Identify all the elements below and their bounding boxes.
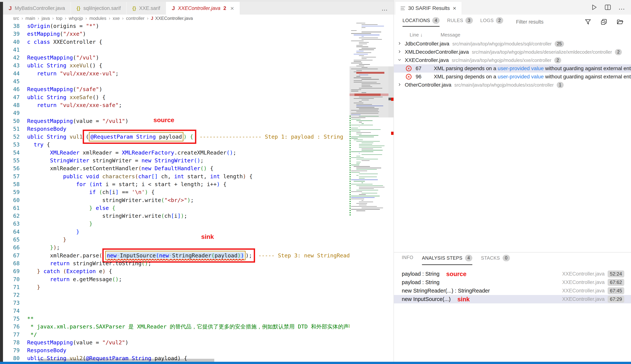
minimap-line xyxy=(354,166,370,167)
chevron-down-icon[interactable] xyxy=(398,58,401,62)
minimap-line xyxy=(356,66,364,66)
code-line[interactable]: 42RequestMapping("/vul") xyxy=(3,54,350,62)
horizontal-scrollbar[interactable] xyxy=(39,359,214,362)
step-label: payload : String xyxy=(402,271,440,277)
code-editor[interactable]: 38sOrigin(origins = "*")39estMapping("/x… xyxy=(3,22,350,362)
count-badge: 4 xyxy=(465,255,472,261)
code-line[interactable]: 39estMapping("/xxe") xyxy=(3,30,350,38)
more-actions-icon[interactable]: … xyxy=(618,6,625,9)
tree-file-row[interactable]: XMLDecoderController.javasrc/main/java/t… xyxy=(394,48,631,56)
code-line[interactable]: 79ResponseBody xyxy=(3,346,350,354)
breadcrumb-item-xxe[interactable]: xxe xyxy=(113,16,120,21)
analysis-step-row[interactable]: payload : StringsourceXXEController.java… xyxy=(394,270,631,278)
breadcrumb-item-controller[interactable]: controller xyxy=(126,16,145,21)
close-icon[interactable]: × xyxy=(230,5,234,12)
code-line[interactable]: 50RequestMapping(value = "/vul1") xyxy=(3,117,350,125)
code-line[interactable]: 65 } xyxy=(3,236,350,244)
code-line[interactable]: 61 } else { xyxy=(3,204,350,212)
tab-locations[interactable]: LOCATIONS4 xyxy=(402,17,440,27)
analysis-step-row[interactable]: payload : StringXXEController.java67:62 xyxy=(394,278,631,286)
chevron-right-icon[interactable] xyxy=(398,42,401,46)
breadcrumb-item-src[interactable]: src xyxy=(13,16,19,21)
code-line[interactable]: 49 xyxy=(3,109,350,117)
breadcrumb-item-main[interactable]: main xyxy=(26,16,35,21)
code-line[interactable]: 71 } xyxy=(3,283,350,291)
code-line[interactable]: 54 XMLReader xmlReader = XMLReaderFactor… xyxy=(3,149,350,156)
chevron-right-icon[interactable] xyxy=(398,83,401,87)
breadcrumb-item-whgojp[interactable]: whgojp xyxy=(69,16,83,21)
tree-file-row[interactable]: XXEController.javasrc/main/java/top/whgo… xyxy=(394,56,631,64)
breadcrumb-file[interactable]: XXEController.java xyxy=(155,16,193,21)
code-line[interactable]: 46RequestMapping("/safe") xyxy=(3,85,350,93)
code-line[interactable]: 52ublic String vul1(@RequestParam String… xyxy=(3,133,350,141)
more-tabs-icon[interactable]: … xyxy=(381,5,388,12)
code-line[interactable]: 48 return "vul/xxe/xxe-safe"; xyxy=(3,101,350,109)
split-editor-icon[interactable] xyxy=(604,4,611,10)
code-line[interactable]: 73 xyxy=(3,299,350,307)
tab-analysis-steps[interactable]: ANALYSIS STEPS4 xyxy=(422,255,472,265)
code-line[interactable]: 60 stringWriter.write("<br/>"); xyxy=(3,196,350,204)
code-line[interactable]: 70 return e.getMessage(); xyxy=(3,275,350,283)
code-line[interactable]: 47ublic String xxeSafe() { xyxy=(3,93,350,101)
editor-tab-sqliInjection.sarif[interactable]: {}sqliInjection.sarif xyxy=(71,2,127,14)
minimap-line xyxy=(351,164,359,165)
code-line[interactable]: 45 xyxy=(3,78,350,85)
code-line[interactable]: 56 xmlReader.setContentHandler(new Defau… xyxy=(3,164,350,172)
code-line[interactable]: 58 for (int i = start; i < start + lengt… xyxy=(3,180,350,188)
code-line[interactable]: 76 * javax.xml.parsers.SAXParser 是 XMLRe… xyxy=(3,323,350,330)
code-line[interactable]: 57 public void characters(char[] ch, int… xyxy=(3,172,350,180)
code-line[interactable]: 41 xyxy=(3,46,350,54)
analysis-step-row[interactable]: new InputSource(...)sinkXXEController.ja… xyxy=(394,295,631,304)
run-icon[interactable] xyxy=(591,4,597,11)
code-line[interactable]: 63 } xyxy=(3,220,350,228)
analysis-step-row[interactable]: new StringReader(...) : StringReaderXXEC… xyxy=(394,286,631,295)
tree-result-row[interactable]: ✕67XML parsing depends on a user-provide… xyxy=(394,64,631,72)
scrollbar-thumb[interactable] xyxy=(388,66,394,118)
code-line[interactable]: 40c class XXEController { xyxy=(3,38,350,46)
code-line[interactable]: 64 } xyxy=(3,228,350,236)
breadcrumb-item-java[interactable]: java xyxy=(42,16,50,21)
tab-info[interactable]: INFO xyxy=(402,255,413,264)
tree-file-row[interactable]: OtherController.javasrc/main/java/top/wh… xyxy=(394,81,631,89)
editor-tab-XXEController.java[interactable]: JXXEController.java2× xyxy=(166,2,240,14)
code-line[interactable]: 72 xyxy=(3,291,350,299)
filter-results-input[interactable] xyxy=(516,19,564,25)
code-line[interactable]: 77 */ xyxy=(3,331,350,338)
tab-logs[interactable]: LOGS2 xyxy=(480,17,503,27)
code-line[interactable]: 78RequestMapping(value = "/vul2") xyxy=(3,338,350,346)
code-line[interactable]: 75** xyxy=(3,315,350,323)
filter-icon[interactable] xyxy=(584,18,591,25)
code-line[interactable]: 59 if (ch[i] == '\n') { xyxy=(3,188,350,196)
tab-stacks[interactable]: STACKS0 xyxy=(481,255,510,265)
code-line[interactable]: 38sOrigin(origins = "*") xyxy=(3,22,350,30)
close-icon[interactable]: × xyxy=(453,5,456,12)
code-line[interactable]: 74 xyxy=(3,307,350,315)
user-provided-value-link[interactable]: user-provided value xyxy=(498,66,544,71)
code-line[interactable]: 55 StringWriter stringWriter = new Strin… xyxy=(3,156,350,164)
tree-result-row[interactable]: ✕96XML parsing depends on a user-provide… xyxy=(394,72,631,81)
user-provided-value-link[interactable]: user-provided value xyxy=(498,74,544,80)
overview-ruler[interactable] xyxy=(388,22,394,362)
line-text: c class XXEController { xyxy=(27,38,102,46)
code-line[interactable]: 69 } catch (Exception e) { xyxy=(3,267,350,275)
minimap-line xyxy=(356,51,364,52)
breadcrumb-item-modules[interactable]: modules xyxy=(90,16,107,21)
filter-icons xyxy=(564,18,631,25)
chevron-right-icon[interactable] xyxy=(398,50,401,54)
code-line[interactable]: 44 return "vul/xxe/xxe-vul"; xyxy=(3,70,350,78)
column-line-sort[interactable]: Line ↓ xyxy=(410,32,422,38)
collapse-all-icon[interactable] xyxy=(600,18,607,25)
code-line[interactable]: 43ublic String xxeVul() { xyxy=(3,62,350,70)
tab-rules[interactable]: RULES3 xyxy=(447,17,473,27)
minimap-slider[interactable] xyxy=(350,66,388,118)
editor-tab-MyBatisController.java[interactable]: JMyBatisController.java xyxy=(3,2,71,14)
code-line[interactable]: 62 stringWriter.write(ch[i]); xyxy=(3,212,350,220)
tree-file-row[interactable]: JdbcController.javasrc/main/java/top/whg… xyxy=(394,40,631,48)
code-line[interactable]: 67 xmlReader.parse(new·InputSource(new·S… xyxy=(3,252,350,260)
panel-tab-sarif-results[interactable]: 30 SARIF Results × xyxy=(395,2,461,14)
open-folder-icon[interactable] xyxy=(616,18,624,25)
line-number: 72 xyxy=(3,291,20,299)
breadcrumb-item-top[interactable]: top xyxy=(56,16,62,21)
editor-tab-XXE.sarif[interactable]: {}XXE.sarif xyxy=(127,2,166,14)
minimap[interactable] xyxy=(350,22,388,216)
